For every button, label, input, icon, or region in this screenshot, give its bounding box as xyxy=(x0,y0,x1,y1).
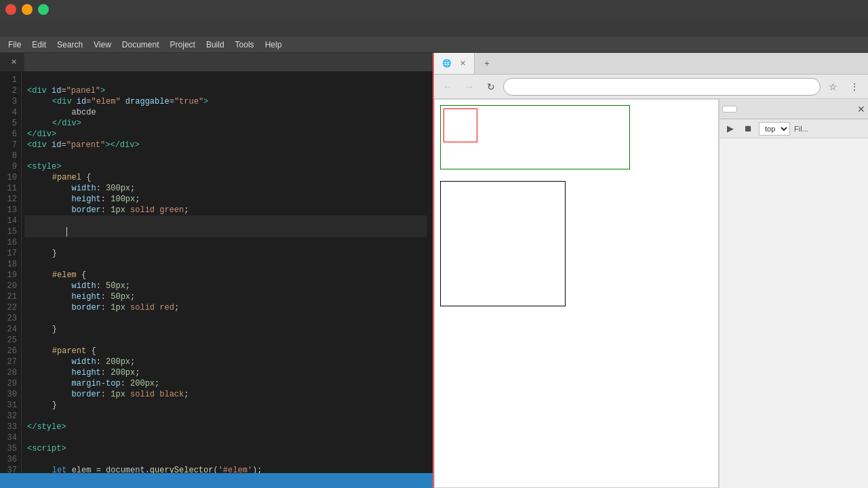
new-tab-button[interactable]: + xyxy=(475,53,499,74)
filter-label: Fil... xyxy=(794,125,808,133)
browser-main xyxy=(434,99,719,488)
console-content xyxy=(719,138,868,488)
editor-pane: ✕ 12345678910111213141516171819202122232… xyxy=(0,53,434,488)
browser-tab-bar: 🌐 ✕ + xyxy=(434,53,868,75)
frame-select[interactable]: top xyxy=(759,122,790,136)
window-title-bar xyxy=(0,19,868,37)
editor-tab-bar: ✕ xyxy=(0,53,433,72)
menu-project[interactable]: Project xyxy=(165,39,201,51)
main-layout: ✕ 12345678910111213141516171819202122232… xyxy=(0,53,868,488)
right-panel-toolbar: ▶ ⏹ top Fil... xyxy=(719,119,868,138)
run-button[interactable]: ▶ xyxy=(724,122,737,136)
tab-console[interactable] xyxy=(722,106,737,113)
minimize-button[interactable] xyxy=(22,4,33,15)
panel-close-button[interactable]: ✕ xyxy=(857,104,865,115)
stop-button[interactable]: ⏹ xyxy=(741,122,755,136)
menu-help[interactable]: Help xyxy=(260,39,288,51)
menu-search[interactable]: Search xyxy=(52,39,88,51)
title-bar xyxy=(0,0,868,19)
browser-toolbar: ← → ↻ ☆ ⋮ xyxy=(434,75,868,99)
menu-view[interactable]: View xyxy=(88,39,117,51)
close-button[interactable] xyxy=(5,4,16,15)
code-editor[interactable]: <div id="panel"> <div id="elem" draggabl… xyxy=(22,72,433,473)
editor-tab-index[interactable]: ✕ xyxy=(0,53,24,71)
browser-tab-index[interactable]: 🌐 ✕ xyxy=(434,53,475,74)
preview-parent xyxy=(440,181,566,306)
back-button[interactable]: ← xyxy=(438,77,457,96)
editor-scroll[interactable]: 1234567891011121314151617181920212223242… xyxy=(0,72,433,473)
status-bar xyxy=(0,473,433,488)
browser-content-layout: ✕ ▶ ⏹ top Fil... xyxy=(434,99,868,488)
forward-button[interactable]: → xyxy=(460,77,479,96)
menu-tools[interactable]: Tools xyxy=(230,39,260,51)
refresh-button[interactable]: ↻ xyxy=(481,77,500,96)
browser-tab-close[interactable]: ✕ xyxy=(460,59,466,68)
menu-button[interactable]: ⋮ xyxy=(845,77,864,96)
address-bar[interactable] xyxy=(503,78,821,96)
menu-document[interactable]: Document xyxy=(117,39,165,51)
maximize-button[interactable] xyxy=(38,4,49,15)
menu-build[interactable]: Build xyxy=(201,39,230,51)
right-panel: ✕ ▶ ⏹ top Fil... xyxy=(719,99,868,488)
editor-tab-close[interactable]: ✕ xyxy=(11,58,17,66)
right-panel-tabs: ✕ xyxy=(719,99,868,119)
menu-edit[interactable]: Edit xyxy=(26,39,52,51)
menu-file[interactable]: File xyxy=(3,39,26,51)
preview-elem xyxy=(443,108,477,142)
menu-bar: File Edit Search View Document Project B… xyxy=(0,37,868,53)
line-numbers: 1234567891011121314151617181920212223242… xyxy=(0,72,22,473)
more-tabs-button[interactable] xyxy=(738,106,752,112)
browser-pane: 🌐 ✕ + ← → ↻ ☆ ⋮ xyxy=(434,53,868,488)
bookmark-button[interactable]: ☆ xyxy=(823,77,842,96)
preview-panel xyxy=(440,105,630,169)
